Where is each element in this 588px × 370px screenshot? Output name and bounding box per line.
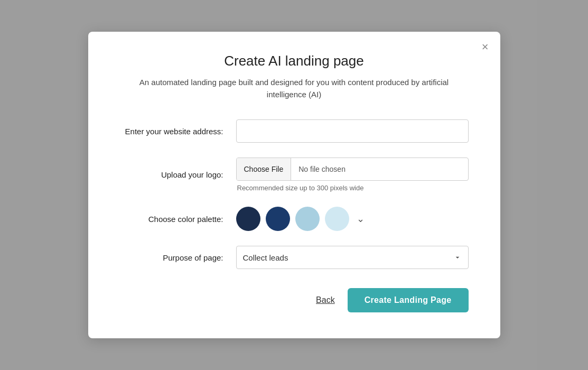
website-input-wrapper xyxy=(236,119,469,143)
color-palette-row: Choose color palette: ⌄ xyxy=(120,207,469,231)
no-file-text: No file chosen xyxy=(291,165,353,173)
website-label: Enter your website address: xyxy=(120,126,236,137)
color-swatch-3[interactable] xyxy=(295,207,320,231)
purpose-select-wrapper: Collect leads Sell a product Promote an … xyxy=(236,246,469,269)
modal-subtitle: An automated landing page built and desi… xyxy=(120,77,469,100)
choose-file-button[interactable]: Choose File xyxy=(237,158,292,180)
modal-overlay: × Create AI landing page An automated la… xyxy=(0,0,588,370)
color-palette-chevron[interactable]: ⌄ xyxy=(357,213,365,225)
back-button[interactable]: Back xyxy=(316,295,335,305)
create-landing-page-button[interactable]: Create Landing Page xyxy=(348,288,469,312)
website-input[interactable] xyxy=(236,119,469,143)
logo-row: Upload your logo: Choose File No file ch… xyxy=(120,158,469,192)
modal-title: Create AI landing page xyxy=(120,53,469,69)
modal-container: × Create AI landing page An automated la… xyxy=(88,32,500,338)
file-upload-area: Choose File No file chosen Recommended s… xyxy=(236,158,469,192)
color-swatch-4[interactable] xyxy=(325,207,349,231)
file-input-row: Choose File No file chosen xyxy=(236,158,469,181)
logo-upload-wrapper: Choose File No file chosen Recommended s… xyxy=(236,158,469,192)
color-swatch-1[interactable] xyxy=(236,207,260,231)
color-palette-swatches: ⌄ xyxy=(236,207,469,231)
purpose-select[interactable]: Collect leads Sell a product Promote an … xyxy=(236,246,469,269)
modal-footer: Back Create Landing Page xyxy=(120,288,469,312)
close-button[interactable]: × xyxy=(482,41,489,53)
logo-label: Upload your logo: xyxy=(120,169,236,180)
color-swatch-2[interactable] xyxy=(266,207,290,231)
file-hint: Recommended size up to 300 pixels wide xyxy=(236,184,469,192)
website-row: Enter your website address: xyxy=(120,119,469,143)
purpose-row: Purpose of page: Collect leads Sell a pr… xyxy=(120,246,469,269)
purpose-label: Purpose of page: xyxy=(120,252,236,263)
color-palette-label: Choose color palette: xyxy=(120,214,236,225)
color-palette-control: ⌄ xyxy=(236,207,469,231)
